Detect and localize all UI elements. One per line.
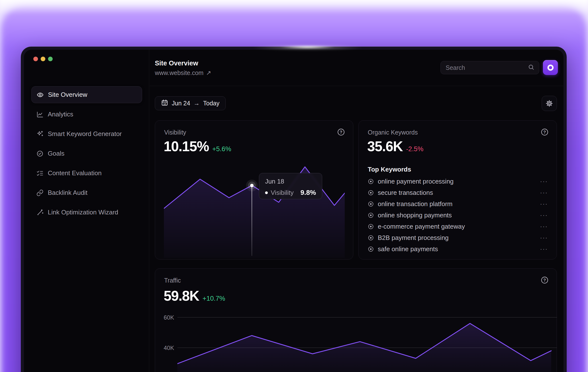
top-white-haze	[0, 0, 588, 15]
date-range-button[interactable]: 12 Jun 24 → Today	[155, 96, 226, 110]
date-range-start: Jun 24	[172, 100, 190, 107]
keyword-target-icon	[368, 235, 374, 241]
date-range-end: Today	[203, 100, 220, 107]
keyword-target-icon	[368, 246, 374, 252]
keyword-row[interactable]: online transaction platform ···	[368, 198, 548, 210]
tooltip-value: 9.8%	[300, 189, 316, 197]
organic-help-button[interactable]: ?	[540, 128, 549, 136]
traffic-card-title: Traffic	[164, 277, 181, 284]
sidebar-item-label: Goals	[48, 150, 64, 157]
sidebar-item-site-overview[interactable]: Site Overview	[31, 86, 142, 103]
sidebar-item-label: Content Evaluation	[48, 169, 102, 177]
sidebar-item-label: Smart Keyword Generator	[48, 130, 122, 138]
keyword-row[interactable]: safe online payments ···	[368, 243, 548, 255]
eye-icon	[37, 91, 44, 99]
sidebar-item-backlink-audit[interactable]: Backlink Audit	[31, 184, 142, 201]
traffic-card: Traffic 59.8K +10.7% ? 60K 40K	[155, 268, 557, 372]
search-input[interactable]	[446, 64, 528, 71]
search-box[interactable]	[441, 61, 539, 74]
gear-icon	[545, 99, 553, 107]
page-title: Site Overview	[155, 60, 211, 67]
keyword-row[interactable]: e-commerce payment gateway ···	[368, 221, 548, 232]
top-keywords-heading: Top Keywords	[368, 166, 411, 173]
tooltip-series-label: Visibility	[271, 189, 294, 197]
keyword-more-button[interactable]: ···	[540, 245, 548, 253]
sidebar-item-content-evaluation[interactable]: Content Evaluation	[31, 165, 142, 182]
arrow-right-icon: →	[194, 100, 200, 107]
traffic-chart[interactable]	[177, 312, 557, 372]
pinwheel-logo-icon	[546, 63, 555, 72]
site-url-link[interactable]: www.website.com ↗	[155, 69, 211, 76]
organic-delta: -2.5%	[406, 145, 424, 153]
visibility-value: 10.15%	[164, 138, 209, 154]
svg-text:?: ?	[340, 130, 342, 135]
keyword-more-button[interactable]: ···	[540, 223, 548, 230]
traffic-help-button[interactable]: ?	[540, 276, 549, 284]
keyword-more-button[interactable]: ···	[540, 211, 548, 219]
visibility-help-button[interactable]: ?	[337, 128, 345, 136]
link-icon	[36, 189, 44, 197]
traffic-value: 59.8K	[164, 288, 199, 304]
chart-hover-marker	[250, 184, 254, 187]
app-logo-button[interactable]	[543, 60, 558, 75]
keyword-more-button[interactable]: ···	[540, 200, 548, 208]
keyword-row[interactable]: online payment processing ···	[368, 176, 548, 187]
svg-text:12: 12	[163, 102, 166, 105]
visibility-card: Visibility 10.15% +5.6% ?	[155, 120, 353, 260]
keyword-label: safe online payments	[378, 245, 438, 253]
visibility-card-title: Visibility	[164, 129, 186, 136]
keyword-more-button[interactable]: ···	[540, 234, 548, 242]
external-link-icon: ↗	[206, 69, 211, 76]
screenshot-stage: Site Overview Analytics Smart Keyword Ge…	[0, 0, 588, 372]
sidebar-item-goals[interactable]: Goals	[31, 145, 142, 162]
sidebar-item-analytics[interactable]: Analytics	[31, 106, 142, 123]
visibility-delta: +5.6%	[212, 145, 231, 153]
y-axis-tick-60k: 60K	[164, 314, 174, 321]
tooltip-row: Visibility 9.8%	[265, 189, 316, 197]
keyword-label: online transaction platform	[378, 200, 453, 208]
sidebar-item-link-optimization-wizard[interactable]: Link Optimization Wizard	[31, 204, 142, 221]
wand-sparkles-icon	[36, 209, 44, 216]
window-light-streak-core	[279, 45, 336, 49]
chart-hover-line	[252, 186, 252, 256]
sidebar-item-label: Site Overview	[48, 91, 87, 99]
keyword-list: online payment processing ··· secure tra…	[368, 176, 548, 255]
organic-card-title: Organic Keywords	[368, 129, 418, 136]
keyword-target-icon	[368, 223, 374, 230]
tooltip-date: Jun 18	[265, 178, 316, 185]
sidebar-nav: Site Overview Analytics Smart Keyword Ge…	[31, 86, 142, 223]
keyword-more-button[interactable]: ···	[540, 189, 548, 197]
keyword-label: e-commerce payment gateway	[378, 223, 465, 230]
keyword-target-icon	[368, 201, 374, 207]
calendar-icon: 12	[161, 99, 168, 108]
traffic-value-row: 59.8K +10.7%	[164, 288, 225, 304]
keyword-row[interactable]: B2B payment processing ···	[368, 232, 548, 243]
keyword-label: secure transactions	[378, 189, 433, 197]
keyword-target-icon	[368, 178, 374, 185]
list-checks-icon	[36, 170, 44, 177]
traffic-delta: +10.7%	[203, 295, 225, 302]
keyword-more-button[interactable]: ···	[540, 178, 548, 185]
sidebar-item-label: Backlink Audit	[48, 189, 87, 197]
series-dot-icon	[265, 191, 268, 194]
settings-button[interactable]	[542, 96, 557, 111]
svg-text:?: ?	[543, 278, 546, 283]
sidebar-item-smart-keyword-generator[interactable]: Smart Keyword Generator	[31, 125, 142, 142]
visibility-value-row: 10.15% +5.6%	[164, 138, 231, 154]
page-head: Site Overview www.website.com ↗	[155, 60, 211, 76]
svg-text:?: ?	[543, 130, 546, 135]
goal-icon	[36, 150, 44, 157]
organic-value-row: 35.6K -2.5%	[367, 138, 423, 154]
keyword-label: B2B payment processing	[378, 234, 449, 242]
keyword-target-icon	[368, 212, 374, 219]
main-panel: Site Overview www.website.com ↗	[149, 50, 564, 372]
chart-tooltip: Jun 18 Visibility 9.8%	[259, 173, 322, 199]
search-icon	[528, 64, 535, 72]
app-surface: Site Overview Analytics Smart Keyword Ge…	[24, 50, 564, 372]
keyword-row[interactable]: secure transactions ···	[368, 187, 548, 198]
sparkles-icon	[36, 130, 44, 138]
sidebar: Site Overview Analytics Smart Keyword Ge…	[24, 50, 149, 372]
sidebar-item-label: Link Optimization Wizard	[48, 209, 118, 216]
keyword-row[interactable]: online shopping payments ···	[368, 210, 548, 221]
site-url: www.website.com	[155, 69, 204, 76]
